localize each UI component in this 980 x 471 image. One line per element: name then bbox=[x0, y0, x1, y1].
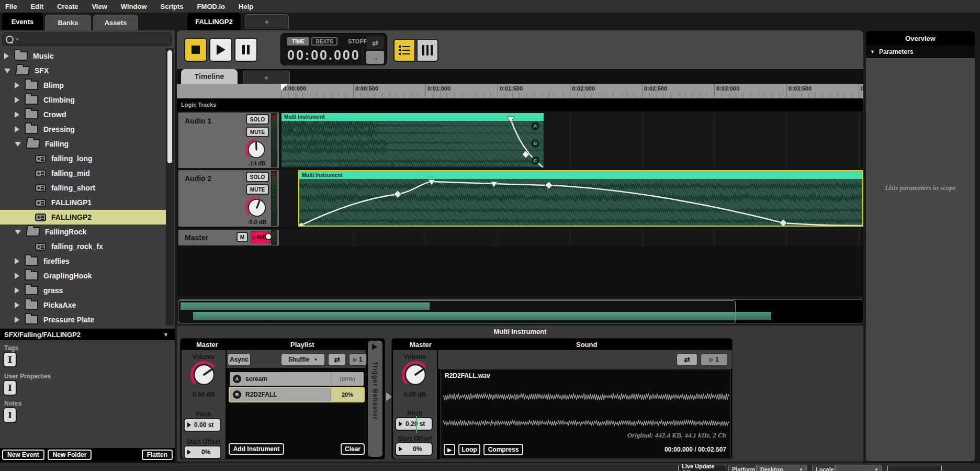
compress-toggle-button[interactable]: Compress bbox=[483, 444, 523, 455]
audio1-mute-button[interactable]: MUTE bbox=[246, 127, 269, 137]
playlist-item-scream[interactable]: Ascream(80%) bbox=[230, 372, 364, 386]
tree-item-crowd[interactable]: Crowd bbox=[0, 107, 166, 122]
audio2-multi-instrument-clip[interactable]: Multi Instrument bbox=[298, 170, 863, 227]
tab-banks[interactable]: Banks bbox=[45, 15, 91, 30]
trigger-behavior-tab[interactable]: Trigger Behavior bbox=[368, 341, 382, 457]
tree-item-grass[interactable]: grass bbox=[0, 283, 166, 298]
expand-arrow-icon[interactable] bbox=[15, 273, 19, 279]
tree-item-fallingp1[interactable]: FALLINGP1 bbox=[0, 195, 166, 210]
expand-arrow-icon[interactable] bbox=[4, 53, 9, 59]
audio2-solo-button[interactable]: SOLO bbox=[246, 172, 269, 182]
play-count-button[interactable]: ▷1 bbox=[349, 353, 367, 366]
async-button[interactable]: Async bbox=[228, 353, 251, 366]
curve-node-diamond[interactable] bbox=[780, 219, 787, 226]
mixer-view-button[interactable] bbox=[416, 39, 438, 62]
tree-item-climbing[interactable]: Climbing bbox=[0, 93, 166, 107]
marker-a[interactable]: A bbox=[531, 122, 539, 130]
expand-arrow-icon[interactable] bbox=[15, 97, 19, 103]
tree-item-graplinghook[interactable]: GraplingHook bbox=[0, 268, 166, 283]
menu-file[interactable]: File bbox=[5, 3, 17, 10]
tab-events[interactable]: Events bbox=[2, 13, 43, 30]
expand-arrow-icon[interactable] bbox=[15, 111, 19, 118]
expand-arrow-icon[interactable] bbox=[15, 317, 19, 323]
menu-view[interactable]: View bbox=[92, 3, 107, 10]
tracks-view-button[interactable] bbox=[393, 39, 415, 62]
expand-arrow-icon[interactable] bbox=[15, 126, 19, 132]
sound-loop-button[interactable]: ⇄ bbox=[677, 353, 697, 366]
expand-arrow-icon[interactable] bbox=[15, 287, 19, 294]
pause-button[interactable] bbox=[234, 38, 257, 62]
pitch-spinner[interactable]: 0.20 st bbox=[395, 417, 433, 431]
menu-window[interactable]: Window bbox=[121, 3, 147, 10]
add-parameter-tab-button[interactable]: + bbox=[243, 71, 290, 84]
user-properties-edit-button[interactable]: I bbox=[3, 380, 17, 396]
pitch-spinner[interactable]: 0.00 st bbox=[184, 418, 221, 432]
sound-play-button[interactable]: ▶ bbox=[444, 444, 455, 455]
audio2-volume-curve[interactable] bbox=[299, 171, 862, 226]
marker-b[interactable]: B bbox=[531, 139, 539, 148]
tree-item-pressure-plate[interactable]: Pressure Plate bbox=[0, 312, 166, 326]
menu-help[interactable]: Help bbox=[239, 3, 253, 10]
stop-button[interactable] bbox=[184, 38, 207, 62]
playlist-item-r2d2fall[interactable]: BR2D2FALL20% bbox=[230, 388, 364, 401]
menu-edit[interactable]: Edit bbox=[30, 3, 43, 10]
collapse-arrow-icon[interactable] bbox=[15, 142, 21, 147]
flatten-button[interactable]: Flatten bbox=[142, 450, 173, 460]
tree-item-falling-rock-fx[interactable]: falling_rock_fx bbox=[0, 239, 166, 254]
tree-item-music[interactable]: Music bbox=[0, 49, 166, 63]
tree-item-fallingp2[interactable]: FALLINGP2 bbox=[0, 210, 166, 225]
tree-item-fireflies[interactable]: fireflies bbox=[0, 254, 166, 268]
tab-timeline[interactable]: Timeline bbox=[181, 69, 238, 84]
playlist-mode-dropdown[interactable]: Shuffle▼ bbox=[281, 353, 325, 366]
search-input[interactable] bbox=[24, 35, 168, 43]
new-document-tab-button[interactable]: + bbox=[245, 14, 289, 29]
start-offset-spinner[interactable]: 0% bbox=[184, 445, 221, 459]
curve-handle-triangle[interactable] bbox=[490, 182, 498, 187]
sound-volume-knob[interactable] bbox=[401, 361, 430, 389]
new-event-button[interactable]: New Event bbox=[2, 450, 44, 460]
menu-fmodio[interactable]: FMOD.io bbox=[197, 3, 225, 10]
tree-item-falling[interactable]: Falling bbox=[0, 137, 166, 151]
audio1-solo-button[interactable]: SOLO bbox=[246, 114, 269, 125]
menu-scripts[interactable]: Scripts bbox=[161, 3, 184, 10]
tree-item-falling-short[interactable]: falling_short bbox=[0, 181, 166, 195]
live-update-button[interactable]: Live Update Off bbox=[678, 465, 726, 471]
clear-button[interactable]: Clear bbox=[341, 443, 365, 455]
playlist-item-weight[interactable]: 20% bbox=[331, 388, 364, 401]
start-offset-spinner[interactable]: 0% bbox=[395, 442, 433, 456]
loop-playback-button[interactable]: ⇄ bbox=[366, 36, 384, 49]
playlist-loop-button[interactable]: ⇄ bbox=[328, 353, 346, 366]
timeline-overview-strip[interactable] bbox=[177, 299, 863, 323]
deck-volume-knob[interactable] bbox=[190, 361, 218, 389]
audio2-volume-knob[interactable] bbox=[245, 196, 269, 220]
curve-node-diamond[interactable] bbox=[394, 190, 401, 198]
expand-arrow-icon[interactable] bbox=[15, 258, 19, 264]
tree-item-blimp[interactable]: Blimp bbox=[0, 78, 166, 93]
platform-dropdown[interactable]: Desktop▼ bbox=[757, 465, 807, 471]
expand-arrow-icon[interactable] bbox=[15, 302, 19, 308]
curve-node-diamond[interactable] bbox=[545, 182, 553, 189]
audio1-volume-curve[interactable] bbox=[281, 113, 544, 168]
search-filter-chevron-icon[interactable]: ▼ bbox=[15, 37, 19, 42]
master-mute-button[interactable]: M bbox=[236, 232, 248, 242]
tab-document[interactable]: FALLINGP2 bbox=[187, 13, 241, 30]
timeline-ruler[interactable]: 0:00:0000:00:5000:01:0000:01:5000:02:000… bbox=[177, 84, 863, 98]
tree-item-sfx[interactable]: SFX bbox=[0, 63, 166, 78]
tab-assets[interactable]: Assets bbox=[93, 15, 138, 30]
breadcrumb-chevron-icon[interactable]: ▼ bbox=[163, 332, 168, 338]
tree-item-dressing[interactable]: Dressing bbox=[0, 122, 166, 137]
follow-playhead-button[interactable]: → bbox=[366, 51, 384, 64]
menu-create[interactable]: Create bbox=[57, 3, 78, 10]
loop-toggle-button[interactable]: Loop bbox=[458, 444, 480, 455]
collapse-arrow-icon[interactable] bbox=[4, 69, 10, 73]
collapse-arrow-icon[interactable] bbox=[15, 230, 21, 234]
audio1-volume-knob[interactable] bbox=[245, 138, 268, 161]
tags-edit-button[interactable]: I bbox=[3, 352, 17, 367]
tree-item-falling-long[interactable]: falling_long bbox=[0, 151, 166, 166]
audio2-mute-button[interactable]: MUTE bbox=[246, 184, 269, 195]
notes-edit-button[interactable]: I bbox=[3, 407, 17, 423]
tree-item-fallingrock[interactable]: FallingRock bbox=[0, 225, 166, 239]
play-button[interactable] bbox=[209, 38, 232, 62]
expand-arrow-icon[interactable] bbox=[15, 82, 19, 88]
sound-play-count-button[interactable]: ▷1 bbox=[701, 353, 728, 366]
